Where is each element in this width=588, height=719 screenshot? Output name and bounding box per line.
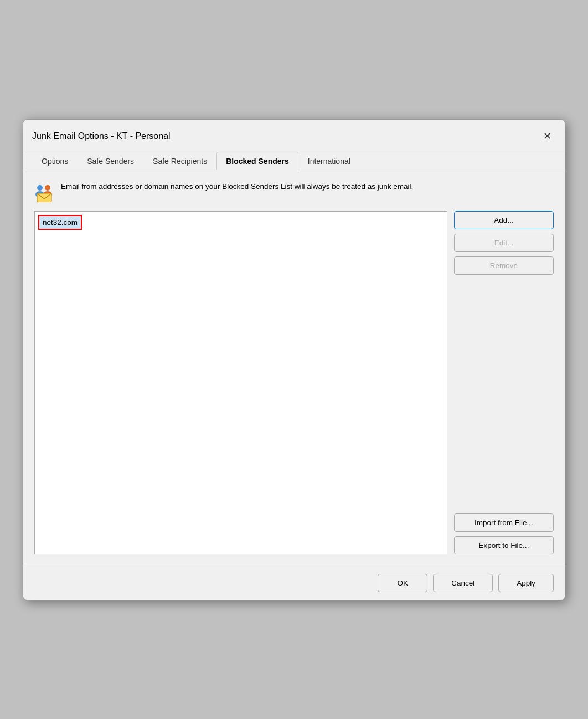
footer: OK Cancel Apply <box>23 566 565 600</box>
import-button[interactable]: Import from File... <box>454 513 554 532</box>
export-button[interactable]: Export to File... <box>454 536 554 554</box>
ok-button[interactable]: OK <box>378 574 427 592</box>
tab-bar: Options Safe Senders Safe Recipients Blo… <box>23 151 565 170</box>
tab-blocked-senders[interactable]: Blocked Senders <box>216 152 298 170</box>
description-text: Email from addresses or domain names on … <box>61 181 413 192</box>
cancel-button[interactable]: Cancel <box>433 574 493 592</box>
list-item[interactable]: net32.com <box>38 215 82 230</box>
main-area: net32.com Add... Edit... Remove Import f… <box>34 211 554 554</box>
apply-button[interactable]: Apply <box>498 574 554 592</box>
title-bar: Junk Email Options - KT - Personal ✕ <box>23 120 565 151</box>
tab-international[interactable]: International <box>298 152 360 170</box>
button-spacer <box>454 279 554 509</box>
close-button[interactable]: ✕ <box>538 127 556 145</box>
edit-button[interactable]: Edit... <box>454 234 554 252</box>
blocked-senders-list[interactable]: net32.com <box>34 211 447 554</box>
description-row: Email from addresses or domain names on … <box>34 181 554 202</box>
tab-safe-recipients[interactable]: Safe Recipients <box>143 152 216 170</box>
email-people-icon <box>34 182 54 202</box>
tab-content: Email from addresses or domain names on … <box>23 170 565 566</box>
svg-point-2 <box>45 185 50 191</box>
tab-safe-senders[interactable]: Safe Senders <box>78 152 143 170</box>
dialog: Junk Email Options - KT - Personal ✕ Opt… <box>23 119 565 600</box>
action-buttons: Add... Edit... Remove Import from File..… <box>454 211 554 554</box>
remove-button[interactable]: Remove <box>454 256 554 275</box>
tab-options[interactable]: Options <box>32 152 78 170</box>
svg-point-0 <box>37 185 43 191</box>
add-button[interactable]: Add... <box>454 211 554 229</box>
dialog-title: Junk Email Options - KT - Personal <box>32 131 171 141</box>
